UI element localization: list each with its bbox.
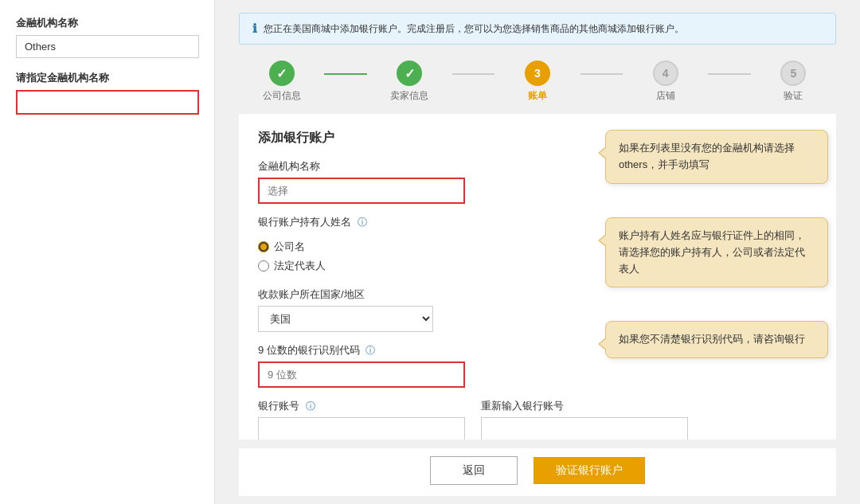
left-field1-label: 金融机构名称 [16, 16, 198, 30]
step-4-label: 店铺 [656, 89, 675, 103]
tooltip-2: 账户持有人姓名应与银行证件上的相同，请选择您的账户持有人，公司或者法定代表人 [605, 217, 828, 287]
left-field2-input[interactable] [16, 90, 199, 115]
left-field1-value: Others [16, 35, 199, 58]
connector-3-4 [580, 73, 624, 75]
form-wrapper: 添加银行账户 金融机构名称 银行账户持有人姓名 ⓘ 公司名 [239, 114, 836, 440]
routing-input[interactable] [258, 361, 465, 388]
step-3-label: 账单 [528, 89, 547, 103]
radio-company[interactable]: 公司名 [258, 240, 465, 254]
step-5-label: 验证 [784, 89, 803, 103]
step-5: 5 验证 [751, 61, 836, 103]
left-field2-label: 请指定金融机构名称 [16, 71, 198, 85]
connector-4-5 [708, 73, 751, 75]
country-label: 收款账户所在国家/地区 [258, 287, 465, 302]
form-group-holder: 银行账户持有人姓名 ⓘ 公司名 法定代表人 [258, 215, 465, 276]
tooltip-1: 如果在列表里没有您的金融机构请选择others，并手动填写 [605, 130, 828, 184]
form-group-account: 银行账号 ⓘ [258, 399, 465, 440]
account-confirm-label: 重新输入银行账号 [481, 399, 688, 413]
country-select[interactable]: 美国 [258, 306, 433, 332]
banner-text: 您正在美国商城中添加银行账户。完成注册后，您可以为您选择销售商品的其他商城添加银… [264, 22, 684, 36]
step-3-circle: 3 [525, 61, 550, 86]
connector-1-2 [324, 73, 367, 75]
back-button[interactable]: 返回 [430, 456, 518, 485]
step-2-circle [397, 61, 422, 86]
routing-label: 9 位数的银行识别代码 ⓘ [258, 343, 465, 357]
radio-group-holder: 公司名 法定代表人 [258, 233, 465, 276]
account-confirm-input[interactable] [481, 417, 688, 440]
tooltip-3: 如果您不清楚银行识别代码，请咨询银行 [605, 321, 828, 358]
form-group-country: 收款账户所在国家/地区 美国 [258, 287, 465, 332]
connector-2-3 [452, 73, 495, 75]
step-2-checkmark [405, 66, 415, 81]
form-group-institution: 金融机构名称 [258, 159, 465, 204]
step-2: 卖家信息 [367, 61, 452, 103]
institution-input[interactable] [258, 178, 465, 204]
bottom-bar: 返回 验证银行账户 [239, 447, 836, 496]
verify-button[interactable]: 验证银行账户 [534, 457, 645, 484]
form-group-account-confirm: 重新输入银行账号 [481, 399, 688, 440]
form-group-routing: 9 位数的银行识别代码 ⓘ [258, 343, 465, 388]
routing-help-icon: ⓘ [366, 345, 375, 356]
holder-label: 银行账户持有人姓名 ⓘ [258, 215, 465, 229]
step-1-label: 公司信息 [263, 89, 301, 103]
step-4-circle: 4 [653, 61, 678, 86]
step-1: 公司信息 [239, 61, 324, 103]
step-1-circle [269, 61, 295, 86]
info-icon: ℹ [252, 21, 257, 36]
steps-bar: 公司信息 卖家信息 3 账单 4 店铺 [215, 53, 860, 107]
account-label: 银行账号 ⓘ [258, 399, 465, 413]
left-panel: 金融机构名称 Others 请指定金融机构名称 [0, 0, 215, 504]
account-help-icon: ⓘ [306, 400, 315, 412]
radio-legal[interactable]: 法定代表人 [258, 259, 465, 273]
step-4-number: 4 [663, 67, 669, 80]
info-banner: ℹ 您正在美国商城中添加银行账户。完成注册后，您可以为您选择销售商品的其他商城添… [239, 13, 836, 45]
account-input[interactable] [258, 417, 465, 440]
step-3: 3 账单 [494, 61, 580, 103]
step-1-checkmark [276, 66, 287, 81]
step-5-number: 5 [791, 67, 797, 80]
holder-help-icon: ⓘ [358, 217, 367, 228]
step-2-label: 卖家信息 [390, 89, 428, 103]
step-3-number: 3 [534, 67, 541, 80]
main-area: ℹ 您正在美国商城中添加银行账户。完成注册后，您可以为您选择销售商品的其他商城添… [215, 0, 860, 504]
form-row-5: 银行账号 ⓘ 重新输入银行账号 [258, 399, 817, 440]
step-5-circle: 5 [780, 61, 806, 86]
step-4: 4 店铺 [623, 61, 708, 103]
institution-label: 金融机构名称 [258, 159, 465, 174]
